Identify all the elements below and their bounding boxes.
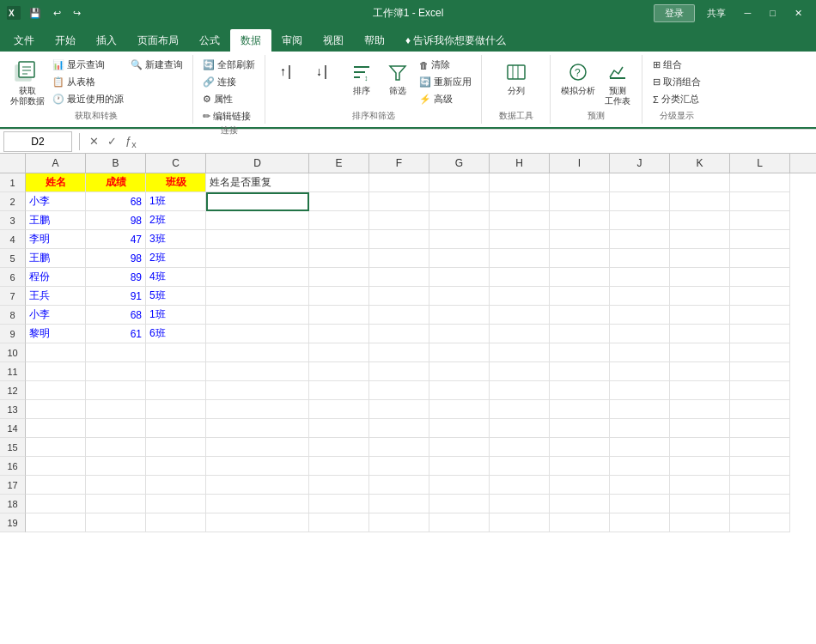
cell-A1[interactable]: 姓名 [26,173,86,192]
cell-H2[interactable] [490,192,550,211]
restore-button[interactable]: □ [763,6,783,20]
cell-F5[interactable] [369,249,429,268]
cell-C12[interactable] [146,381,206,400]
cell-A4[interactable]: 李明 [26,230,86,249]
cell-E3[interactable] [309,211,369,230]
cell-B16[interactable] [86,457,146,476]
cell-H4[interactable] [490,230,550,249]
ungroup-btn[interactable]: ⊟ 取消组合 [650,74,703,90]
cell-L10[interactable] [730,343,790,362]
cell-B15[interactable] [86,438,146,457]
cell-A18[interactable] [26,495,86,513]
login-button[interactable]: 登录 [654,4,695,22]
sort-btn[interactable]: ↕ 排序 [344,57,379,98]
cell-F1[interactable] [369,173,429,192]
cell-H11[interactable] [490,362,550,381]
tab-file[interactable]: 文件 [3,29,45,52]
cell-I10[interactable] [550,343,610,362]
new-query-btn[interactable]: 🔍 新建查询 [128,57,186,73]
cell-D17[interactable] [206,476,309,495]
cell-J10[interactable] [610,343,670,362]
connections-btn[interactable]: 🔗 连接 [200,74,258,90]
cell-K9[interactable] [670,325,730,343]
cell-A16[interactable] [26,457,86,476]
cell-K3[interactable] [670,211,730,230]
cell-L2[interactable] [730,192,790,211]
row-num-13[interactable]: 13 [0,400,26,419]
cell-F14[interactable] [369,419,429,438]
cell-G14[interactable] [429,419,490,438]
cell-G8[interactable] [429,306,490,325]
forecast-sheet-btn[interactable]: 预测工作表 [600,57,635,108]
close-button[interactable]: ✕ [788,6,809,21]
cell-G3[interactable] [429,211,490,230]
cell-I14[interactable] [550,419,610,438]
cell-B11[interactable] [86,362,146,381]
cell-A17[interactable] [26,476,86,495]
cell-A2[interactable]: 小李 [26,192,86,211]
cell-D16[interactable] [206,457,309,476]
cell-K19[interactable] [670,513,730,532]
cell-L4[interactable] [730,230,790,249]
cell-H18[interactable] [490,495,550,513]
cell-J3[interactable] [610,211,670,230]
cell-I8[interactable] [550,306,610,325]
cell-D5[interactable] [206,249,309,268]
what-if-btn[interactable]: ? 模拟分析 [557,57,599,98]
cell-G10[interactable] [429,343,490,362]
cell-L13[interactable] [730,400,790,419]
row-num-1[interactable]: 1 [0,173,26,192]
cell-J1[interactable] [610,173,670,192]
cell-I16[interactable] [550,457,610,476]
cell-I18[interactable] [550,495,610,513]
row-num-19[interactable]: 19 [0,513,26,532]
col-header-i[interactable]: I [550,154,610,173]
cell-J6[interactable] [610,268,670,287]
row-num-10[interactable]: 10 [0,343,26,362]
tab-view[interactable]: 视图 [313,29,354,52]
cell-A19[interactable] [26,513,86,532]
col-header-d[interactable]: D [206,154,309,173]
cell-B18[interactable] [86,495,146,513]
cell-K11[interactable] [670,362,730,381]
cell-F18[interactable] [369,495,429,513]
formula-input[interactable] [143,136,816,148]
cell-F15[interactable] [369,438,429,457]
cell-E1[interactable] [309,173,369,192]
cell-H19[interactable] [490,513,550,532]
cell-B13[interactable] [86,400,146,419]
cell-H16[interactable] [490,457,550,476]
cell-C5[interactable]: 2班 [146,249,206,268]
cell-B9[interactable]: 61 [86,325,146,343]
cell-K16[interactable] [670,457,730,476]
recent-sources-btn[interactable]: 🕐 最近使用的源 [50,91,126,107]
get-external-data-btn[interactable]: 获取外部数据 [7,57,48,108]
col-header-e[interactable]: E [309,154,369,173]
row-num-7[interactable]: 7 [0,287,26,306]
cell-K5[interactable] [670,249,730,268]
cell-A9[interactable]: 黎明 [26,325,86,343]
cell-B3[interactable]: 98 [86,211,146,230]
cell-A10[interactable] [26,343,86,362]
cell-L15[interactable] [730,438,790,457]
cell-B2[interactable]: 68 [86,192,146,211]
cell-F11[interactable] [369,362,429,381]
cell-H13[interactable] [490,400,550,419]
tab-help[interactable]: 帮助 [354,29,395,52]
cell-I2[interactable] [550,192,610,211]
cell-H14[interactable] [490,419,550,438]
cell-B8[interactable]: 68 [86,306,146,325]
col-header-f[interactable]: F [369,154,429,173]
tab-search[interactable]: ♦ 告诉我你想要做什么 [395,29,516,52]
cell-H8[interactable] [490,306,550,325]
cell-L12[interactable] [730,381,790,400]
cell-K12[interactable] [670,381,730,400]
save-qat-btn[interactable]: 💾 [26,6,45,21]
cell-H1[interactable] [490,173,550,192]
cell-F7[interactable] [369,287,429,306]
cell-B19[interactable] [86,513,146,532]
cell-B5[interactable]: 98 [86,249,146,268]
cell-B14[interactable] [86,419,146,438]
cell-E18[interactable] [309,495,369,513]
cell-G9[interactable] [429,325,490,343]
